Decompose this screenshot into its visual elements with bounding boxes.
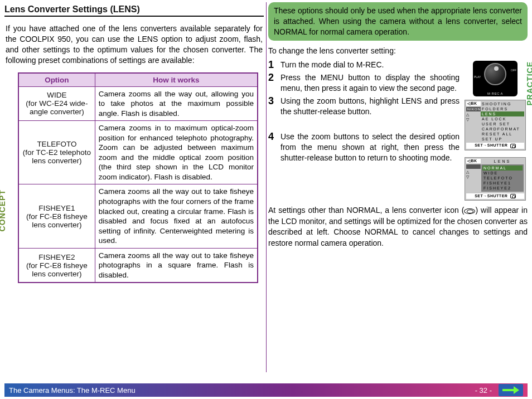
- step-3: 3 Using the zoom buttons, highlight LENS…: [268, 96, 460, 117]
- lcd-item-selected: NORMAL: [482, 166, 523, 171]
- th-how: How it works: [95, 73, 258, 87]
- lcd-bk-label: BK: [466, 159, 481, 163]
- lcd-item: AE LOCK: [481, 116, 524, 121]
- lcd-item: FOLDERS: [481, 106, 524, 111]
- lcd-item: TELEFOTO: [482, 176, 523, 181]
- table-row: FISHEYE2 (for FC-E8 fisheye lens convert…: [18, 248, 258, 283]
- step-4: 4 Use the zoom buttons to select the des…: [268, 132, 460, 163]
- caution-note: These options should only be used when t…: [268, 2, 528, 41]
- page-heading: Lens Converter Settings (LENS): [4, 4, 264, 17]
- steps-lead: To change the lens converter setting:: [268, 46, 528, 55]
- lcd-item: RESET ALL: [481, 132, 524, 137]
- lcd-item: USER SET: [481, 121, 524, 126]
- concept-tab-label: CONCEPT: [0, 189, 7, 231]
- dial-play-label: PLAY: [474, 75, 481, 79]
- desc-telefoto: Camera zooms in to maximum optical-zoom …: [95, 121, 258, 184]
- lens-converter-icon: [464, 208, 475, 214]
- lcd-set-shutter: SET→SHUTTER: [466, 143, 524, 148]
- triangle-down-icon: [466, 175, 481, 179]
- lcd-menu-2: BK LENS NORMAL WIDE TELEFOTO FISHEYE: [465, 157, 526, 201]
- lcd-title: LENS: [481, 159, 524, 164]
- opt-telefoto: TELEFOTO (for TC-E2 telephoto lens conve…: [18, 121, 95, 184]
- table-row: WIDE (for WC-E24 wide-angle converter) C…: [18, 86, 258, 121]
- table-row: TELEFOTO (for TC-E2 telephoto lens conve…: [18, 121, 258, 184]
- opt-fisheye1: FISHEYE1 (for FC-E8 fisheye lens convert…: [18, 184, 95, 248]
- step-text: Press the MENU button to display the sho…: [280, 72, 460, 94]
- step-text: Using the zoom buttons, highlight LENS a…: [280, 96, 460, 117]
- lcd-item: FISHEYE2: [482, 186, 523, 191]
- opt-wide: WIDE (for WC-E24 wide-angle converter): [18, 86, 95, 121]
- closing-paragraph: At settings other than NORMAL, a lens co…: [268, 205, 528, 249]
- next-page-arrow[interactable]: [499, 384, 523, 396]
- step-number: 1: [268, 60, 277, 71]
- lcd-item: WIDE: [482, 171, 523, 176]
- step-text: Turn the mode dial to M-REC.: [280, 60, 384, 71]
- opt-fisheye2: FISHEYE2 (for FC-E8 fisheye lens convert…: [18, 248, 95, 283]
- camera-icon: [510, 194, 516, 198]
- triangle-up-icon: [466, 170, 481, 174]
- step-number: 4: [268, 132, 277, 163]
- lcd-bk-label: BK: [466, 101, 481, 106]
- lcd-item: SET UP: [481, 137, 524, 142]
- lcd-nikon-label: NIKON: [466, 107, 481, 111]
- options-table: Option How it works WIDE (for WC-E24 wid…: [18, 72, 258, 284]
- camera-icon: [510, 144, 516, 148]
- footer-title: The Camera Menus: The M-REC Menu: [9, 386, 475, 395]
- lcd-item: FISHEYE1: [482, 181, 523, 186]
- step-2: 2 Press the MENU button to display the s…: [268, 72, 460, 94]
- lcd-item: CARDFORMAT: [481, 126, 524, 132]
- table-row: FISHEYE1 (for FC-E8 fisheye lens convert…: [18, 184, 258, 248]
- desc-fisheye1: Camera zooms all the way out to take fis…: [95, 184, 258, 248]
- step-number: 3: [268, 96, 277, 117]
- dial-off-label: OFF: [511, 69, 516, 72]
- footer-page-number: - 32 -: [475, 386, 492, 395]
- page-footer: The Camera Menus: The M-REC Menu - 32 -: [4, 383, 528, 397]
- lcd-menu-1: BK NIKON SHOOTING FOLDERS LENS AE LOCK U…: [465, 100, 526, 150]
- intro-paragraph: If you have attached one of the lens con…: [4, 21, 264, 68]
- dial-bottom-label: M REC A: [473, 92, 518, 95]
- column-divider: [266, 2, 267, 372]
- step-number: 2: [268, 72, 277, 94]
- desc-wide: Camera zooms all the way out, allowing y…: [95, 86, 258, 121]
- lcd-item-selected: LENS: [481, 111, 524, 116]
- closing-pre: At settings other than NORMAL, a lens co…: [268, 206, 464, 215]
- lcd-set-shutter: SET→SHUTTER: [466, 193, 524, 199]
- mode-dial-illustration: OFF PLAY M REC A: [473, 61, 518, 96]
- practice-tab-label: PRACTICE: [525, 61, 532, 106]
- lcd-item: SHOOTING: [481, 101, 524, 106]
- th-option: Option: [18, 73, 95, 87]
- triangle-down-icon: [466, 118, 481, 122]
- desc-fisheye2: Camera zooms all the way out to take fis…: [95, 248, 258, 283]
- arrow-right-icon: [502, 386, 519, 394]
- step-1: 1 Turn the mode dial to M-REC.: [268, 60, 460, 71]
- step-text: Use the zoom buttons to select the desir…: [280, 132, 460, 163]
- triangle-up-icon: [466, 113, 481, 117]
